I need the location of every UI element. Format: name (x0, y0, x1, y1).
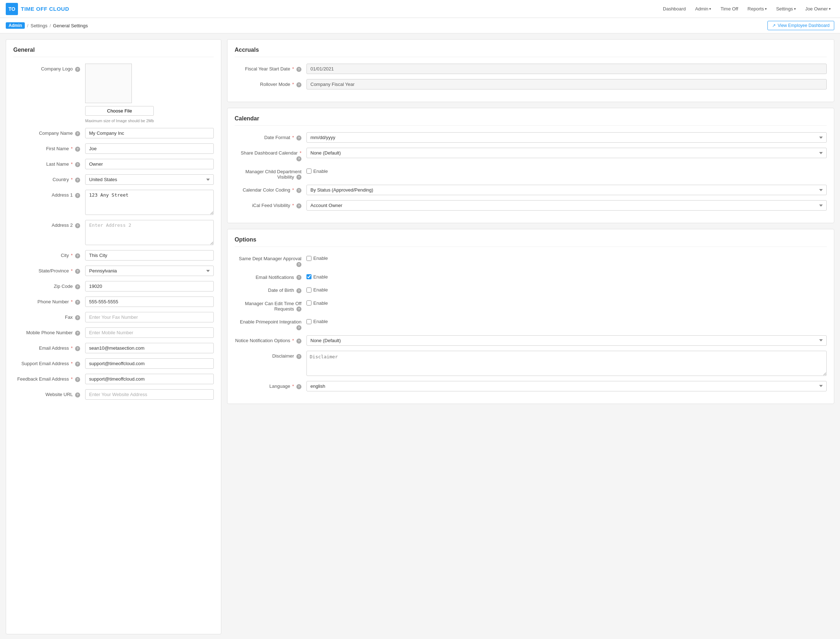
state-help-icon: ? (75, 269, 80, 274)
country-help-icon: ? (75, 178, 80, 183)
email-input[interactable] (85, 343, 214, 353)
phone-input[interactable] (85, 297, 214, 307)
manager-visibility-checkbox[interactable] (306, 168, 311, 173)
nav-timeoff[interactable]: Time Off (717, 4, 742, 14)
breadcrumb: Admin / Settings / General Settings (6, 22, 88, 29)
website-label: Website URL ? (13, 389, 85, 397)
date-format-label: Date Format * ? (235, 132, 306, 140)
calendar-color-select[interactable]: By Status (Approved/Pending) By Type (306, 185, 827, 195)
language-row: Language * ? english spanish french (235, 381, 827, 391)
country-label: Country * ? (13, 174, 85, 183)
company-logo-help-icon: ? (75, 67, 80, 72)
admin-caret: ▾ (709, 7, 711, 11)
brand-name: TIME OFF CLOUD (21, 6, 69, 12)
primepoint-checkbox[interactable] (306, 319, 311, 324)
zip-label: Zip Code ? (13, 281, 85, 289)
nav-admin[interactable]: Admin ▾ (692, 4, 715, 14)
city-input[interactable] (85, 250, 214, 261)
company-name-row: Company Name ? (13, 128, 214, 138)
city-label: City * ? (13, 250, 85, 258)
same-dept-checkbox[interactable] (306, 256, 311, 261)
manager-visibility-checkbox-label[interactable]: Enable (306, 166, 328, 174)
ical-feed-label: iCal Feed Visibility * ? (235, 200, 306, 208)
first-name-input[interactable] (85, 143, 214, 154)
website-input[interactable] (85, 389, 214, 400)
brand-logo[interactable]: TO TIME OFF CLOUD (6, 3, 69, 15)
fiscal-year-help-icon: ? (296, 67, 302, 72)
address1-input[interactable]: 123 Any Street (85, 190, 214, 215)
nav-dashboard[interactable]: Dashboard (659, 4, 689, 14)
logo-box: TO (6, 3, 18, 15)
general-panel: General Company Logo ? Choose File Maxim… (6, 39, 221, 634)
choose-file-button[interactable]: Choose File (85, 106, 154, 116)
logo-preview-box (85, 64, 132, 103)
share-dashboard-row: Share Dashboard Calendar * ? None (Defau… (235, 148, 827, 161)
email-notif-checkbox-label[interactable]: Enable (306, 272, 328, 280)
disclaimer-textarea[interactable] (306, 351, 827, 376)
nav-reports[interactable]: Reports ▾ (744, 4, 771, 14)
address2-input[interactable] (85, 220, 214, 245)
fiscal-year-input[interactable] (306, 64, 827, 74)
language-select[interactable]: english spanish french (306, 381, 827, 391)
last-name-input[interactable] (85, 159, 214, 169)
first-name-help-icon: ? (75, 147, 80, 152)
nav-settings[interactable]: Settings ▾ (772, 4, 799, 14)
same-dept-help-icon: ? (296, 262, 302, 267)
breadcrumb-current: General Settings (53, 23, 88, 29)
general-title: General (13, 47, 214, 57)
manager-edit-row: Manager Can Edit Time Off Requests ? Ena… (235, 298, 827, 312)
address1-label: Address 1 ? (13, 190, 85, 198)
ical-feed-help-icon: ? (296, 203, 302, 208)
zip-input[interactable] (85, 281, 214, 291)
date-format-select[interactable]: mm/dd/yyyy dd/mm/yyyy yyyy/mm/dd (306, 132, 827, 143)
fax-help-icon: ? (75, 315, 80, 320)
email-notif-help-icon: ? (296, 275, 302, 280)
email-notif-checkbox[interactable] (306, 274, 311, 279)
share-dashboard-select[interactable]: None (Default) All (306, 148, 827, 158)
breadcrumb-sep1: / (27, 23, 29, 29)
disclaimer-row: Disclaimer ? (235, 351, 827, 376)
country-select[interactable]: United States Canada United Kingdom (85, 174, 214, 185)
last-name-label: Last Name * ? (13, 159, 85, 167)
ical-feed-row: iCal Feed Visibility * ? Account Owner A… (235, 200, 827, 211)
accruals-title: Accruals (235, 47, 827, 57)
fax-input[interactable] (85, 312, 214, 323)
support-email-input[interactable] (85, 358, 214, 369)
dob-row: Date of Birth ? Enable (235, 285, 827, 293)
language-label: Language * ? (235, 381, 306, 389)
dob-checkbox[interactable] (306, 288, 311, 292)
right-panels: Accruals Fiscal Year Start Date * ? Roll… (227, 39, 834, 634)
feedback-email-input[interactable] (85, 374, 214, 384)
address2-help-icon: ? (75, 223, 80, 228)
notice-notif-select[interactable]: None (Default) All (306, 335, 827, 346)
address2-row: Address 2 ? (13, 220, 214, 245)
website-help-icon: ? (75, 393, 80, 397)
rollover-input[interactable] (306, 79, 827, 89)
same-dept-row: Same Dept Manager Approval ? Enable (235, 253, 827, 267)
breadcrumb-settings[interactable]: Settings (30, 23, 48, 29)
primepoint-checkbox-label[interactable]: Enable (306, 316, 328, 324)
company-name-input[interactable] (85, 128, 214, 138)
country-row: Country * ? United States Canada United … (13, 174, 214, 185)
calendar-panel: Calendar Date Format * ? mm/dd/yyyy dd/m… (227, 108, 834, 223)
share-dashboard-label: Share Dashboard Calendar * ? (235, 148, 306, 161)
state-select[interactable]: Pennsylvania California New York (85, 265, 214, 276)
notice-notif-help-icon: ? (296, 339, 302, 343)
ical-feed-select[interactable]: Account Owner All Users None (306, 200, 827, 211)
view-employee-dashboard-button[interactable]: ↗ View Employee Dashboard (767, 21, 834, 30)
last-name-help-icon: ? (75, 162, 80, 167)
mobile-input[interactable] (85, 327, 214, 338)
breadcrumb-bar: Admin / Settings / General Settings ↗ Vi… (0, 18, 840, 33)
support-email-label: Support Email Address * ? (13, 358, 85, 367)
manager-visibility-label: Manager Child Department Visibility ? (235, 166, 306, 180)
phone-row: Phone Number * ? (13, 297, 214, 307)
nav-user[interactable]: Joe Owner ▾ (802, 4, 834, 14)
admin-badge[interactable]: Admin (6, 22, 25, 29)
manager-edit-label: Manager Can Edit Time Off Requests ? (235, 298, 306, 312)
phone-label: Phone Number * ? (13, 297, 85, 305)
dob-checkbox-label[interactable]: Enable (306, 285, 328, 292)
manager-edit-checkbox-label[interactable]: Enable (306, 298, 328, 306)
breadcrumb-sep2: / (49, 23, 51, 29)
manager-edit-checkbox[interactable] (306, 300, 311, 305)
same-dept-checkbox-label[interactable]: Enable (306, 253, 328, 261)
